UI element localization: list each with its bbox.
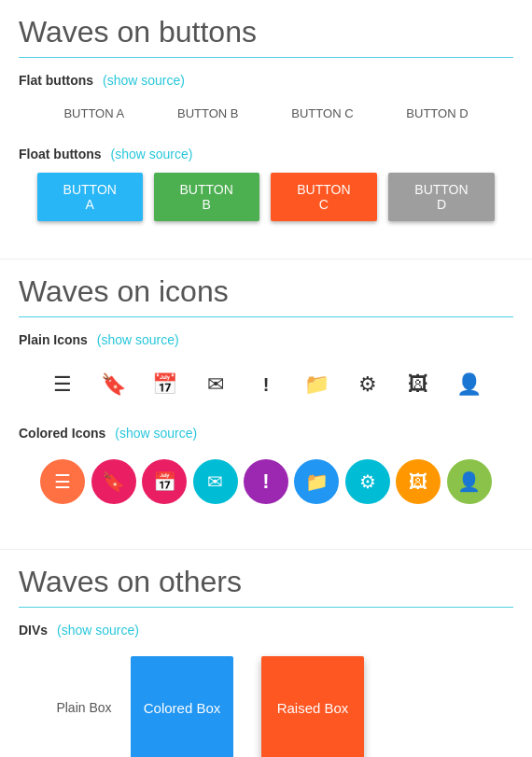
flat-button-b[interactable]: Button B [162,99,254,128]
flat-button-c[interactable]: Button C [276,99,368,128]
divs-row: Plain Box Colored Box Raised Box [19,649,513,757]
plain-icon-user[interactable]: 👤 [451,366,488,403]
colored-icon-bookmark[interactable]: 🔖 [91,459,136,504]
colored-icon-calendar[interactable]: 📅 [142,459,187,504]
flat-buttons-subsection: Flat buttons (show source) Button A Butt… [19,73,513,128]
plain-icons-row: ☰ 🔖 📅 ✉ ! 📁 ⚙ 🖼 👤 [19,358,513,411]
plain-icon-gear[interactable]: ⚙ [349,366,386,403]
float-button-a[interactable]: Button A [37,173,143,221]
waves-others-title: Waves on others [19,565,513,608]
plain-icon-menu[interactable]: ☰ [44,366,81,403]
float-buttons-label: Float buttons (show source) [19,147,513,161]
flat-button-a[interactable]: Button A [49,99,139,128]
divs-source-link[interactable]: (show source) [57,623,139,638]
plain-icons-label: Plain Icons (show source) [19,332,513,347]
flat-buttons-row: Button A Button B Button C Button D [19,99,513,128]
colored-icon-exclamation[interactable]: ! [244,459,288,504]
colored-icon-menu[interactable]: ☰ [40,459,85,504]
colored-icon-mail[interactable]: ✉ [193,459,238,504]
colored-icon-folder[interactable]: 📁 [294,459,339,504]
plain-icon-exclamation[interactable]: ! [247,366,285,403]
colored-box[interactable]: Colored Box [131,656,233,757]
flat-buttons-source-link[interactable]: (show source) [103,73,185,88]
float-buttons-subsection: Float buttons (show source) Button A But… [19,147,513,221]
colored-icons-subsection: Colored Icons (show source) ☰ 🔖 📅 ✉ ! 📁 … [19,426,513,512]
divs-label: DIVs (show source) [19,623,513,638]
waves-buttons-title: Waves on buttons [19,15,513,58]
waves-others-section: Waves on others DIVs (show source) Plain… [0,549,532,757]
raised-box[interactable]: Raised Box [261,656,364,757]
float-button-c[interactable]: Button C [271,173,377,221]
waves-buttons-section: Waves on buttons Flat buttons (show sour… [0,0,532,259]
float-button-d[interactable]: Button D [388,173,495,221]
colored-icons-source-link[interactable]: (show source) [115,426,197,441]
float-buttons-source-link[interactable]: (show source) [111,147,193,161]
colored-icons-row: ☰ 🔖 📅 ✉ ! 📁 ⚙ 🖼 👤 [19,452,513,512]
plain-box-label: Plain Box [37,700,131,715]
plain-icons-subsection: Plain Icons (show source) ☰ 🔖 📅 ✉ ! 📁 ⚙ … [19,332,513,411]
colored-icon-user[interactable]: 👤 [447,459,492,504]
plain-icon-bookmark[interactable]: 🔖 [95,366,133,403]
plain-icon-image[interactable]: 🖼 [399,366,437,403]
plain-icon-calendar[interactable]: 📅 [146,366,183,403]
plain-icon-folder[interactable]: 📁 [298,366,335,403]
waves-icons-section: Waves on icons Plain Icons (show source)… [0,259,532,549]
flat-button-d[interactable]: Button D [391,99,483,128]
float-buttons-row: Button A Button B Button C Button D [19,173,513,221]
waves-icons-title: Waves on icons [19,274,513,317]
float-button-b[interactable]: Button B [154,173,259,221]
plain-icons-source-link[interactable]: (show source) [97,332,179,347]
divs-subsection: DIVs (show source) Plain Box Colored Box… [19,623,513,757]
colored-icons-label: Colored Icons (show source) [19,426,513,441]
colored-icon-gear[interactable]: ⚙ [345,459,390,504]
plain-icon-mail[interactable]: ✉ [197,366,234,403]
colored-icon-image[interactable]: 🖼 [396,459,441,504]
flat-buttons-label: Flat buttons (show source) [19,73,513,88]
